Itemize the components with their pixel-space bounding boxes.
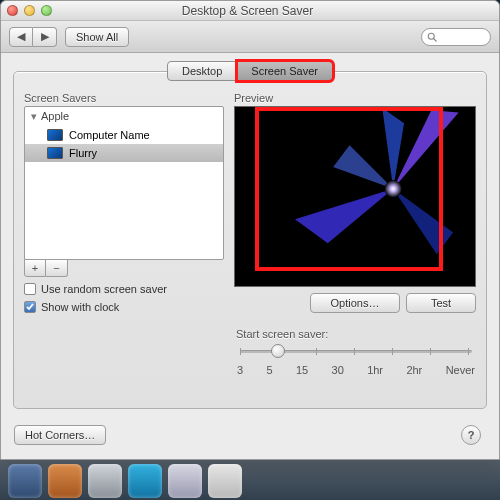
tab-bar: Desktop Screen Saver: [14, 61, 486, 81]
tab-desktop-label: Desktop: [182, 65, 222, 77]
slider-tick: [240, 348, 241, 355]
clock-checkbox-label: Show with clock: [41, 301, 119, 313]
add-remove-segment: + −: [24, 259, 224, 277]
tab-screensaver-label: Screen Saver: [251, 65, 318, 77]
slider-tick: [316, 348, 317, 355]
checkbox-icon: [24, 283, 36, 295]
help-icon: ?: [468, 429, 475, 441]
minus-icon: −: [53, 262, 59, 274]
dock-app-icon[interactable]: [208, 464, 242, 498]
list-item-label: Computer Name: [69, 129, 150, 141]
dock-app-icon[interactable]: [168, 464, 202, 498]
help-button[interactable]: ?: [461, 425, 481, 445]
slider-tick: [430, 348, 431, 355]
zoom-icon[interactable]: [41, 5, 52, 16]
slider-tick: [392, 348, 393, 355]
checkbox-checked-icon: [24, 301, 36, 313]
slider-tick-label: 15: [296, 364, 308, 376]
list-group-label: Apple: [41, 110, 69, 122]
window-controls: [7, 5, 52, 16]
preview-header: Preview: [234, 92, 476, 104]
slider-tick-label: 30: [332, 364, 344, 376]
add-button[interactable]: +: [24, 259, 46, 277]
clock-checkbox-row[interactable]: Show with clock: [24, 301, 224, 313]
list-group-apple[interactable]: ▾Apple: [25, 107, 223, 126]
preview-area: [234, 106, 476, 287]
screensaver-thumb-icon: [47, 147, 63, 159]
chevron-left-icon: ◀: [17, 30, 25, 43]
toolbar: ◀ ▶ Show All: [1, 21, 499, 53]
search-icon: [426, 31, 438, 43]
right-column: Preview: [234, 92, 476, 313]
list-item[interactable]: Flurry: [25, 144, 223, 162]
back-button[interactable]: ◀: [9, 27, 33, 47]
screensaver-thumb-icon: [47, 129, 63, 141]
random-checkbox-label: Use random screen saver: [41, 283, 167, 295]
slider-tick-label: 3: [237, 364, 243, 376]
options-button[interactable]: Options…: [310, 293, 400, 313]
screensavers-header: Screen Savers: [24, 92, 224, 104]
list-item-label: Flurry: [69, 147, 97, 159]
plus-icon: +: [32, 262, 38, 274]
show-all-label: Show All: [76, 31, 118, 43]
show-all-button[interactable]: Show All: [65, 27, 129, 47]
start-slider[interactable]: [236, 342, 476, 364]
dock-app-icon[interactable]: [48, 464, 82, 498]
slider-knob[interactable]: [271, 344, 285, 358]
left-column: Screen Savers ▾Apple Computer Name Flurr…: [24, 92, 224, 313]
content-panel: Desktop Screen Saver Screen Savers ▾Appl…: [13, 71, 487, 409]
dock-app-icon[interactable]: [88, 464, 122, 498]
start-slider-block: Start screen saver: 3 5 15 30 1hr 2hr Ne…: [236, 328, 476, 376]
slider-tick-label: 5: [266, 364, 272, 376]
screensaver-list[interactable]: ▾Apple Computer Name Flurry: [24, 106, 224, 260]
test-button[interactable]: Test: [406, 293, 476, 313]
slider-tick: [354, 348, 355, 355]
dock: [0, 460, 500, 500]
svg-point-0: [428, 33, 434, 39]
disclosure-triangle-icon: ▾: [31, 110, 37, 122]
window-title: Desktop & Screen Saver: [52, 4, 443, 18]
remove-button[interactable]: −: [46, 259, 68, 277]
search-wrap: [421, 28, 491, 46]
prefs-window: Desktop & Screen Saver ◀ ▶ Show All Desk…: [0, 0, 500, 460]
hot-corners-button[interactable]: Hot Corners…: [14, 425, 106, 445]
dock-app-icon[interactable]: [128, 464, 162, 498]
test-label: Test: [431, 297, 451, 309]
dock-app-icon[interactable]: [8, 464, 42, 498]
minimize-icon[interactable]: [24, 5, 35, 16]
titlebar: Desktop & Screen Saver: [1, 1, 499, 21]
slider-tick: [468, 348, 469, 355]
svg-line-1: [434, 38, 437, 41]
slider-tick-label: 1hr: [367, 364, 383, 376]
chevron-right-icon: ▶: [41, 30, 49, 43]
list-item[interactable]: Computer Name: [25, 126, 223, 144]
slider-tick-labels: 3 5 15 30 1hr 2hr Never: [236, 364, 476, 376]
slider-tick-label: 2hr: [406, 364, 422, 376]
columns: Screen Savers ▾Apple Computer Name Flurr…: [24, 92, 476, 313]
options-label: Options…: [331, 297, 380, 309]
slider-tick-label: Never: [446, 364, 475, 376]
nav-segment: ◀ ▶: [9, 27, 57, 47]
highlight-box: [259, 111, 439, 267]
tab-desktop[interactable]: Desktop: [167, 61, 237, 81]
slider-label: Start screen saver:: [236, 328, 476, 340]
hot-corners-label: Hot Corners…: [25, 429, 95, 441]
close-icon[interactable]: [7, 5, 18, 16]
forward-button[interactable]: ▶: [33, 27, 57, 47]
preview-buttons: Options… Test: [234, 293, 476, 313]
tab-screensaver[interactable]: Screen Saver: [237, 61, 333, 81]
random-checkbox-row[interactable]: Use random screen saver: [24, 283, 224, 295]
